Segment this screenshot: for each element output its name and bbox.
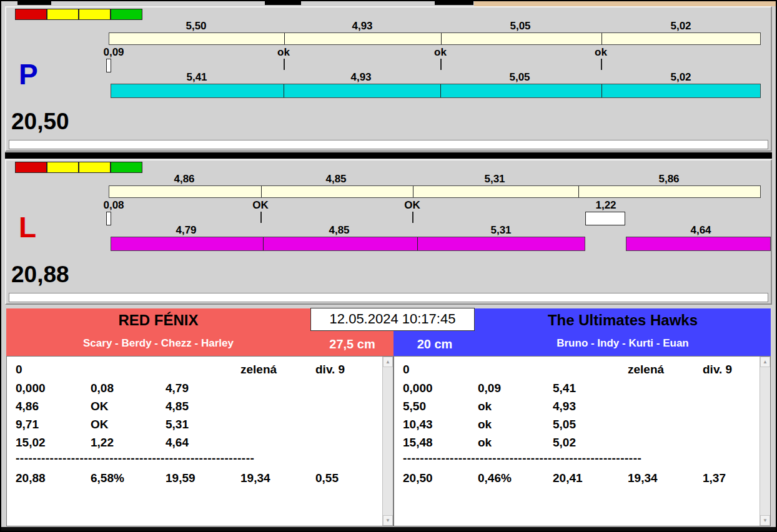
scroll-down-button[interactable]: ▼ [760, 515, 770, 526]
penalty-marker-box [585, 212, 625, 225]
status-light-yellow-icon [47, 9, 79, 20]
result-cell: 19,59 [166, 471, 240, 485]
segment-divider [601, 33, 602, 44]
lane-l-letter: L [19, 213, 36, 242]
result-cell: 1,22 [91, 436, 166, 450]
scroll-up-button[interactable]: ▲ [383, 357, 393, 367]
result-row: 4,86OK4,85 [16, 400, 240, 413]
ref-split-label: 5,86 [658, 173, 679, 185]
scroll-down-icon: ▼ [385, 518, 390, 523]
results-header-row: 0zelenádiv. 9 [403, 363, 777, 377]
segment-divider [578, 186, 579, 197]
lane-l-status-lights [15, 162, 142, 173]
result-cell: 0,000 [16, 382, 91, 395]
result-cell: 4,79 [166, 382, 240, 395]
checkpoint-label: OK [404, 199, 420, 212]
checkpoint-label: ok [434, 46, 447, 59]
lane-p-total-time: 20,50 [11, 109, 69, 135]
result-cell: ok [478, 436, 553, 450]
lane-p-run-bar [111, 84, 761, 98]
checkpoint-tick [601, 59, 602, 70]
result-cell: 5,41 [553, 382, 628, 395]
background-window-fragment-3 [435, 0, 473, 5]
result-cell: ok [478, 400, 553, 413]
scrollbar[interactable]: ▲ ▼ [760, 357, 770, 526]
status-light-yellow-icon [79, 162, 111, 173]
segment-divider [284, 33, 285, 44]
segment-divider [284, 84, 284, 97]
start-marker-box [106, 59, 111, 72]
result-row: 15,48ok5,02 [403, 436, 628, 450]
run-split-label: 5,05 [509, 71, 530, 84]
team-left-distance-badge: 27,5 cm [312, 333, 392, 356]
result-row: 0,0000,084,79 [16, 382, 240, 395]
ref-split-label: 5,05 [510, 20, 530, 32]
result-cell: 19,34 [240, 471, 315, 485]
scroll-up-button[interactable]: ▲ [760, 357, 770, 367]
lane-l-run-bar-part1 [111, 237, 585, 251]
result-cell: OK [91, 418, 166, 431]
checkpoint-label: ok [277, 46, 290, 59]
result-cell: 4,85 [166, 400, 240, 413]
segment-divider [601, 84, 602, 97]
result-cell: 10,43 [403, 418, 478, 431]
scroll-down-button[interactable]: ▼ [383, 515, 393, 526]
run-split-label: 4,85 [329, 224, 349, 237]
run-split-label: 5,41 [186, 71, 207, 84]
result-cell: div. 9 [315, 363, 390, 377]
status-light-red-icon [15, 162, 47, 173]
result-cell: 4,86 [16, 400, 91, 413]
team-left-name: RED FÉNIX [6, 312, 310, 329]
segment-divider [441, 33, 442, 44]
lane-l-reference-bar [109, 185, 761, 198]
result-cell: 5,05 [553, 418, 628, 431]
separator-row: ----------------------------------------… [16, 451, 254, 465]
team-right-members: Bruno - Indy - Kurti - Euan [475, 337, 771, 350]
background-window-fragment-2 [265, 0, 301, 5]
result-cell: 19,34 [628, 471, 703, 485]
lane-l-panel: 4,86 4,85 5,31 5,86 0,08 OK OK 1,22 4,79… [5, 159, 772, 305]
result-cell: 9,71 [16, 418, 91, 431]
run-split-label: 4,93 [350, 71, 371, 84]
team-right-distance-badge: 20 cm [396, 333, 473, 356]
result-cell: 0,000 [403, 382, 478, 395]
scroll-up-icon: ▲ [385, 359, 390, 365]
status-light-yellow-icon [47, 162, 79, 173]
result-row: 15,021,224,64 [16, 436, 240, 450]
ref-split-label: 4,93 [352, 20, 372, 32]
background-window-fragment-tan [474, 0, 776, 6]
separator-row: ----------------------------------------… [403, 451, 641, 465]
result-cell: 20,88 [16, 471, 91, 485]
results-header-row: 0zelenádiv. 9 [16, 363, 390, 377]
scrollbar[interactable]: ▲ ▼ [382, 357, 393, 526]
status-light-yellow-icon [79, 9, 111, 20]
checkpoint-tick [260, 212, 262, 223]
result-cell: 15,48 [403, 436, 478, 450]
result-cell: 0 [16, 363, 91, 377]
result-row: 10,43ok5,05 [403, 418, 628, 431]
result-cell: OK [91, 400, 166, 413]
result-cell: 0,08 [91, 382, 166, 395]
lane-divider [5, 152, 772, 159]
result-cell: 4,64 [166, 436, 240, 450]
checkpoint-tick [284, 59, 285, 70]
scroll-up-icon: ▲ [763, 359, 768, 365]
result-cell: 15,02 [16, 436, 91, 450]
lane-p-reference-bar [109, 32, 761, 45]
checkpoint-label: ok [595, 46, 607, 59]
result-cell: 20,50 [403, 471, 478, 485]
checkpoint-tick [440, 59, 442, 70]
ref-split-label: 4,86 [174, 173, 194, 185]
team-left-results-area[interactable]: 0zelenádiv. 9 0,0000,084,79 4,86OK4,85 9… [6, 356, 393, 526]
lane-l-total-time: 20,88 [11, 262, 69, 288]
app-window: 5,50 4,93 5,05 5,02 0,09 ok ok ok 5,41 4… [0, 0, 777, 532]
team-left-members: Scary - Berdy - Chezz - Harley [6, 337, 310, 350]
lane-p-letter: P [19, 60, 38, 89]
start-offset-label: 0,08 [103, 199, 124, 212]
lane-l-status-strip [9, 293, 768, 302]
result-row: 9,71OK5,31 [16, 418, 240, 431]
result-cell: 5,02 [553, 436, 628, 450]
totals-row: 20,500,46%20,4119,341,37 [403, 471, 777, 485]
result-cell: 4,93 [553, 400, 628, 413]
team-right-results-area[interactable]: 0zelenádiv. 9 0,0000,095,41 5,50ok4,93 1… [393, 356, 771, 526]
